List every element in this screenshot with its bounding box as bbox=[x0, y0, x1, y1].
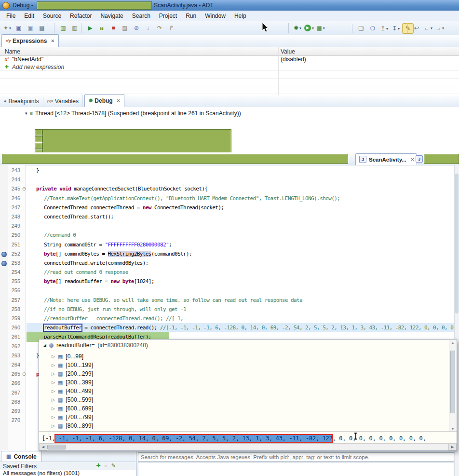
redacted-editor-tabs[interactable] bbox=[2, 154, 348, 164]
menu-refactor[interactable]: Refactor bbox=[66, 11, 96, 21]
step-into-icon[interactable]: ↓ bbox=[143, 23, 153, 33]
line-ruler[interactable] bbox=[0, 305, 8, 314]
array-range-row[interactable]: ▷▦[100...199] bbox=[39, 361, 449, 369]
code-text[interactable]: //read out command 0 response bbox=[27, 268, 455, 277]
column-name[interactable]: Name bbox=[5, 48, 20, 55]
new-wizard-icon[interactable]: ✦ bbox=[2, 23, 13, 33]
last-edit-location-icon[interactable]: ↩ bbox=[411, 23, 422, 33]
expand-icon[interactable]: ▷ bbox=[52, 371, 55, 376]
line-ruler[interactable] bbox=[0, 342, 8, 351]
tab-scanactivity[interactable]: J ScanActivity... ✕ bbox=[355, 153, 417, 165]
code-text[interactable]: String command0Str = "FFFFFFFFFF02800000… bbox=[27, 240, 455, 249]
tab-breakpoints[interactable]: Breakpoints bbox=[0, 95, 43, 107]
edit-filter-icon[interactable]: ✎ bbox=[111, 462, 116, 469]
menu-navigate[interactable]: Navigate bbox=[96, 11, 127, 21]
code-text[interactable]: byte[] readoutBuffer = new byte[1024]; bbox=[27, 277, 455, 286]
print-icon[interactable]: ▤ bbox=[37, 23, 47, 33]
popup-hscrollbar[interactable]: ◀ ▶ bbox=[39, 443, 457, 450]
close-icon[interactable]: ✕ bbox=[411, 157, 415, 162]
line-ruler[interactable] bbox=[0, 166, 8, 175]
sdk-manager-icon[interactable]: ▥ bbox=[58, 23, 68, 33]
save-all-icon[interactable]: ▣ bbox=[25, 23, 36, 33]
window-titlebar[interactable]: Debug - ScanActivity.java - ADT bbox=[0, 0, 459, 11]
collapse-icon[interactable]: ▾ bbox=[25, 111, 27, 116]
code-line-255[interactable]: 255byte[] readoutBuffer = new byte[1024]… bbox=[0, 277, 455, 286]
breakpoint-icon[interactable] bbox=[1, 261, 7, 266]
menu-search[interactable]: Search bbox=[128, 11, 155, 21]
line-ruler[interactable] bbox=[0, 203, 8, 212]
inspect-root-node[interactable]: ◢ readoutBuffer= (id=830038300240) bbox=[43, 342, 148, 349]
code-line-259[interactable]: 259//readoutBuffer = connectedThread.rea… bbox=[0, 314, 455, 323]
expand-icon[interactable]: ▷ bbox=[52, 354, 55, 359]
code-line-245[interactable]: 245⊖private void manageConnectedSocket(B… bbox=[0, 184, 455, 193]
array-range-row[interactable]: ▷▦[700...799] bbox=[39, 413, 449, 422]
line-ruler[interactable] bbox=[0, 296, 8, 305]
expand-icon[interactable]: ▷ bbox=[52, 389, 55, 394]
line-ruler[interactable] bbox=[0, 249, 8, 258]
popup-vscrollbar[interactable]: ▲ ▼ bbox=[449, 340, 456, 432]
line-ruler[interactable] bbox=[0, 194, 8, 203]
breakpoint-icon[interactable] bbox=[1, 252, 7, 257]
line-ruler[interactable] bbox=[0, 332, 8, 341]
thread-node[interactable]: ▾ ≡ Thread [<12> Thread-1578] (Suspended… bbox=[25, 110, 241, 117]
code-text[interactable]: //Note: here use DEBUG, so will take som… bbox=[27, 296, 455, 305]
line-ruler[interactable] bbox=[0, 175, 8, 184]
code-text[interactable] bbox=[27, 221, 455, 231]
scroll-down-icon[interactable]: ▼ bbox=[449, 427, 456, 431]
scrollbar-thumb[interactable] bbox=[450, 351, 455, 413]
back-history-icon[interactable]: ← bbox=[423, 23, 433, 33]
line-ruler[interactable] bbox=[0, 286, 8, 295]
next-annotation-icon[interactable]: ↧ bbox=[391, 24, 401, 33]
code-line-260[interactable]: 260readoutBuffer = connectedThread.read(… bbox=[0, 323, 455, 332]
column-value[interactable]: Value bbox=[281, 48, 295, 55]
code-line-254[interactable]: 254//read out command 0 response bbox=[0, 268, 455, 277]
menu-window[interactable]: Window bbox=[201, 11, 230, 21]
scrollbar-thumb[interactable] bbox=[455, 174, 459, 313]
array-range-row[interactable]: ▷▦[300...399] bbox=[39, 378, 449, 387]
menu-run[interactable]: Run bbox=[181, 11, 201, 21]
scroll-up-icon[interactable]: ▲ bbox=[449, 341, 456, 344]
expand-icon[interactable]: ▷ bbox=[52, 423, 55, 428]
search-icon[interactable]: ❍ bbox=[367, 24, 378, 33]
code-text[interactable]: //command 0 bbox=[27, 231, 455, 240]
menu-edit[interactable]: Edit bbox=[20, 11, 39, 21]
tab-console[interactable]: Console bbox=[1, 451, 42, 462]
new-task-icon[interactable]: ❏ bbox=[356, 24, 366, 33]
code-line-258[interactable]: 258//if no DEBUG, just run through, will… bbox=[0, 305, 455, 314]
code-line-252[interactable]: 252byte[] commnd0Bytes = HexString2Bytes… bbox=[0, 249, 455, 258]
bottom-scrollbar[interactable] bbox=[454, 450, 459, 476]
line-ruler[interactable] bbox=[0, 379, 8, 388]
expand-icon[interactable]: ▷ bbox=[52, 415, 55, 420]
line-ruler[interactable] bbox=[0, 221, 8, 231]
menu-help[interactable]: Help bbox=[230, 11, 251, 21]
code-line-251[interactable]: 251String command0Str = "FFFFFFFFFF02800… bbox=[0, 240, 455, 249]
code-text[interactable]: //Toast.makeText(getApplicationContext()… bbox=[27, 194, 455, 203]
line-ruler[interactable] bbox=[0, 277, 8, 286]
line-ruler[interactable] bbox=[0, 323, 8, 332]
filter-all-messages[interactable]: All messages (no filters) (1001) bbox=[0, 470, 136, 476]
debug-icon[interactable]: ✺ bbox=[292, 23, 303, 33]
menu-source[interactable]: Source bbox=[39, 11, 66, 21]
column-divider[interactable] bbox=[278, 47, 279, 95]
line-ruler[interactable] bbox=[0, 388, 8, 397]
code-line-248[interactable]: 248connectedThread.start(); bbox=[0, 212, 455, 221]
fold-toggle-icon[interactable]: ⊖ bbox=[22, 369, 27, 379]
close-icon[interactable]: ✕ bbox=[117, 98, 121, 103]
array-range-row[interactable]: ▷▦[200...299] bbox=[39, 369, 449, 378]
expand-icon[interactable]: ▷ bbox=[52, 406, 55, 411]
code-text[interactable] bbox=[27, 286, 455, 295]
prev-annotation-icon[interactable]: ↥ bbox=[379, 24, 390, 33]
line-ruler[interactable] bbox=[0, 240, 8, 249]
code-line-257[interactable]: 257//Note: here use DEBUG, so will take … bbox=[0, 296, 455, 305]
code-text[interactable]: readoutBuffer = connectedThread.read(); … bbox=[27, 323, 455, 332]
tab-debug[interactable]: Debug✕ bbox=[84, 94, 124, 107]
code-line-247[interactable]: 247ConnectedThread connectedThread = new… bbox=[0, 203, 455, 212]
scrollbar-thumb[interactable] bbox=[47, 445, 66, 449]
code-text[interactable]: byte[] commnd0Bytes = HexString2Bytes(co… bbox=[27, 249, 455, 258]
line-ruler[interactable] bbox=[0, 360, 8, 369]
array-range-row[interactable]: ▷▦[800...899] bbox=[39, 422, 449, 430]
code-line-250[interactable]: 250//command 0 bbox=[0, 231, 455, 240]
array-range-row[interactable]: ▷▦[600...699] bbox=[39, 404, 449, 413]
code-text[interactable]: ConnectedThread connectedThread = new Co… bbox=[27, 203, 455, 212]
popup-splitter[interactable] bbox=[39, 431, 457, 432]
